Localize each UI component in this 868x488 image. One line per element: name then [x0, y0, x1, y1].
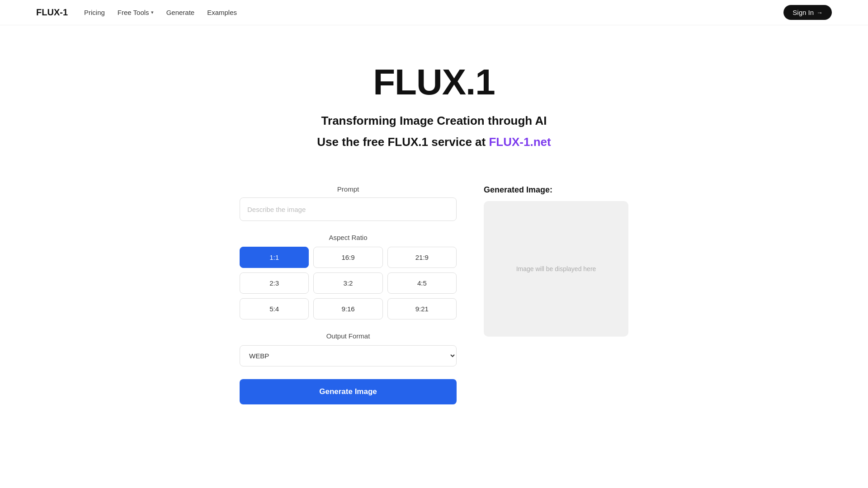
aspect-btn-2-3[interactable]: 2:3	[240, 272, 309, 294]
aspect-ratio-label: Aspect Ratio	[240, 234, 457, 241]
output-format-section: Output Format WEBP PNG JPEG	[240, 332, 457, 366]
aspect-btn-4-5[interactable]: 4:5	[387, 272, 457, 294]
output-format-label: Output Format	[240, 332, 457, 340]
generate-button[interactable]: Generate Image	[240, 379, 457, 404]
hero-cta-link[interactable]: FLUX-1.net	[489, 135, 551, 149]
main-content: Prompt Aspect Ratio 1:1 16:9 21:9 2:3 3:…	[0, 171, 868, 419]
generated-image-title: Generated Image:	[484, 185, 628, 195]
hero-subtitle: Transforming Image Creation through AI	[9, 114, 859, 128]
aspect-btn-16-9[interactable]: 16:9	[313, 247, 382, 268]
image-display-area: Image will be displayed here	[484, 201, 628, 337]
prompt-label: Prompt	[240, 185, 457, 193]
output-format-select[interactable]: WEBP PNG JPEG	[240, 345, 457, 366]
sign-in-button[interactable]: Sign In →	[783, 5, 832, 20]
navbar: FLUX-1 Pricing Free Tools ▾ Generate Exa…	[0, 0, 868, 25]
nav-link-generate[interactable]: Generate	[166, 9, 195, 16]
chevron-down-icon: ▾	[151, 9, 154, 15]
nav-link-pricing[interactable]: Pricing	[84, 9, 105, 16]
aspect-btn-9-16[interactable]: 9:16	[313, 298, 382, 319]
right-panel: Generated Image: Image will be displayed…	[484, 185, 628, 404]
aspect-btn-3-2[interactable]: 3:2	[313, 272, 382, 294]
aspect-btn-9-21[interactable]: 9:21	[387, 298, 457, 319]
nav-link-examples[interactable]: Examples	[207, 9, 237, 16]
aspect-ratio-grid: 1:1 16:9 21:9 2:3 3:2 4:5 5:4 9:16 9:21	[240, 247, 457, 319]
left-panel: Prompt Aspect Ratio 1:1 16:9 21:9 2:3 3:…	[240, 185, 457, 404]
image-placeholder-text: Image will be displayed here	[516, 265, 596, 272]
hero-cta: Use the free FLUX.1 service at FLUX-1.ne…	[9, 135, 859, 149]
nav-logo[interactable]: FLUX-1	[36, 7, 68, 18]
nav-links: Pricing Free Tools ▾ Generate Examples	[84, 9, 237, 16]
aspect-btn-1-1[interactable]: 1:1	[240, 247, 309, 268]
hero-section: FLUX.1 Transforming Image Creation throu…	[0, 25, 868, 171]
nav-link-free-tools[interactable]: Free Tools ▾	[118, 9, 154, 16]
arrow-right-icon: →	[816, 9, 823, 16]
aspect-btn-21-9[interactable]: 21:9	[387, 247, 457, 268]
hero-title: FLUX.1	[9, 61, 859, 103]
prompt-input[interactable]	[240, 197, 457, 221]
nav-left: FLUX-1 Pricing Free Tools ▾ Generate Exa…	[36, 7, 237, 18]
aspect-btn-5-4[interactable]: 5:4	[240, 298, 309, 319]
